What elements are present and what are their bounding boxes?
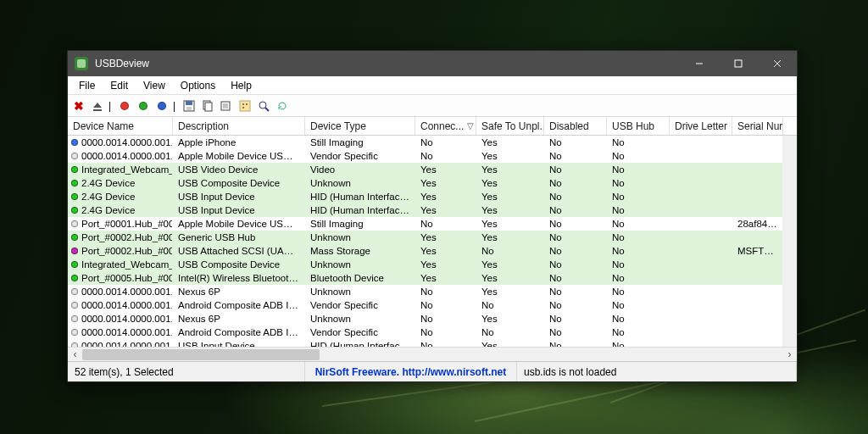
cell: USB Composite Device (173, 178, 305, 188)
table-row[interactable]: 0000.0014.0000.001.00...Android Composit… (68, 298, 797, 312)
col-usb-hub[interactable]: USB Hub (607, 117, 670, 135)
cell: Nexus 6P (173, 287, 305, 297)
table-row[interactable]: Port_#0005.Hub_#0001Intel(R) Wireless Bl… (68, 271, 797, 285)
col-device-type[interactable]: Device Type (305, 117, 415, 135)
table-row[interactable]: 2.4G DeviceUSB Composite DeviceUnknownYe… (68, 176, 797, 190)
cell: No (415, 327, 476, 337)
titlebar[interactable]: USBDeview (68, 51, 797, 76)
col-safe-to-unplug[interactable]: Safe To Unpl... (476, 117, 544, 135)
cell: Yes (476, 232, 544, 242)
cell: No (607, 178, 670, 188)
cell: Vendor Specific (305, 327, 415, 337)
cell: Generic USB Hub (173, 232, 305, 242)
save-icon[interactable] (181, 98, 197, 114)
cell: Yes (415, 164, 476, 175)
cell: No (544, 192, 607, 202)
cell-device-name: Integrated_Webcam_... (68, 164, 173, 175)
cell-device-name: 2.4G Device (68, 205, 173, 215)
scroll-right-icon[interactable]: › (782, 348, 797, 362)
table-row[interactable]: 0000.0014.0000.001.00...Nexus 6PUnknownN… (68, 285, 797, 298)
cell: USB Input Device (173, 341, 305, 347)
status-green-icon[interactable] (136, 98, 151, 114)
table-row[interactable]: Port_#0001.Hub_#0001Apple Mobile Device … (68, 217, 797, 231)
cell-device-name: 0000.0014.0000.001.00... (68, 314, 173, 324)
col-disabled[interactable]: Disabled (544, 117, 607, 135)
cell: Apple iPhone (173, 137, 305, 147)
cell: Android Composite ADB Inter... (173, 300, 305, 310)
scroll-thumb[interactable] (82, 349, 320, 360)
col-device-name[interactable]: Device Name (68, 117, 173, 135)
cell: No (476, 327, 544, 337)
cell-device-name: 0000.0014.0000.001.00... (68, 287, 173, 297)
vertical-scrollbar[interactable] (782, 136, 797, 347)
cell: No (607, 151, 670, 161)
filter-icon: ▽ (467, 121, 474, 131)
grid-rows[interactable]: 0000.0014.0000.001.00...Apple iPhoneStil… (68, 136, 797, 347)
cell-device-name: 2.4G Device (68, 178, 173, 188)
cell: No (544, 219, 607, 229)
scroll-track[interactable] (82, 348, 782, 362)
col-connected[interactable]: Connec...▽ (415, 117, 476, 135)
status-dot-icon (71, 302, 78, 309)
cell-device-name: Port_#0002.Hub_#0001 (68, 232, 173, 242)
cell: No (544, 151, 607, 161)
table-row[interactable]: 0000.0014.0000.001.00...Apple Mobile Dev… (68, 149, 797, 163)
col-description[interactable]: Description (173, 117, 305, 135)
menu-options[interactable]: Options (173, 78, 223, 93)
refresh-icon[interactable] (275, 98, 290, 114)
cell: USB Input Device (173, 192, 305, 202)
cell: No (544, 327, 607, 337)
cell: No (544, 205, 607, 215)
svg-rect-8 (205, 103, 212, 111)
menu-edit[interactable]: Edit (103, 78, 136, 93)
horizontal-scrollbar[interactable]: ‹ › (68, 347, 797, 361)
menu-help[interactable]: Help (223, 78, 259, 93)
table-row[interactable]: Integrated_Webcam_...USB Composite Devic… (68, 258, 797, 271)
table-row[interactable]: Port_#0002.Hub_#0002USB Attached SCSI (U… (68, 244, 797, 258)
device-grid: Device Name Description Device Type Conn… (68, 117, 797, 361)
close-button[interactable] (758, 51, 797, 76)
status-dot-icon (71, 329, 78, 336)
menu-view[interactable]: View (136, 78, 173, 93)
maximize-button[interactable] (719, 51, 758, 76)
cell: Yes (476, 192, 544, 202)
table-row[interactable]: 0000.0014.0000.001.00...Apple iPhoneStil… (68, 136, 797, 149)
cell: No (607, 137, 670, 147)
menu-file[interactable]: File (71, 78, 103, 93)
status-extra: usb.ids is not loaded (517, 362, 797, 381)
cell: No (607, 192, 670, 202)
cell: No (544, 259, 607, 270)
scroll-left-icon[interactable]: ‹ (68, 348, 82, 362)
table-row[interactable]: Port_#0002.Hub_#0001Generic USB HubUnkno… (68, 231, 797, 244)
status-dot-icon (71, 275, 78, 281)
find-icon[interactable] (256, 98, 271, 114)
minimize-button[interactable] (680, 51, 719, 76)
status-link[interactable]: NirSoft Freeware. http://www.nirsoft.net (305, 362, 517, 381)
cell: Unknown (305, 259, 415, 270)
col-serial-number[interactable]: Serial Nur˄ (732, 117, 783, 135)
status-blue-icon[interactable] (154, 98, 170, 114)
cell-device-name: 0000.0014.0000.001.00... (68, 341, 173, 347)
table-row[interactable]: Integrated_Webcam_...USB Video DeviceVid… (68, 163, 797, 176)
svg-point-14 (242, 103, 244, 105)
table-row[interactable]: 0000.0014.0000.001.00...Android Composit… (68, 326, 797, 339)
svg-line-18 (265, 108, 269, 111)
status-red-icon[interactable] (117, 98, 132, 114)
options-icon[interactable] (237, 98, 253, 114)
cell-device-name: Port_#0001.Hub_#0001 (68, 219, 173, 229)
svg-rect-1 (735, 60, 742, 67)
table-row[interactable]: 0000.0014.0000.001.00...USB Input Device… (68, 339, 797, 347)
properties-icon[interactable] (219, 98, 234, 114)
table-row[interactable]: 2.4G DeviceUSB Input DeviceHID (Human In… (68, 203, 797, 217)
col-drive-letter[interactable]: Drive Letter (670, 117, 732, 135)
menu-bar: File Edit View Options Help (68, 76, 797, 95)
table-row[interactable]: 2.4G DeviceUSB Input DeviceHID (Human In… (68, 190, 797, 203)
cell: No (415, 151, 476, 161)
cell: Yes (415, 246, 476, 256)
copy-icon[interactable] (200, 98, 215, 114)
table-row[interactable]: 0000.0014.0000.001.00...Nexus 6PUnknownN… (68, 312, 797, 326)
cell: No (415, 219, 476, 229)
cell: No (607, 219, 670, 229)
delete-icon[interactable]: ✖ (71, 98, 86, 114)
eject-icon[interactable] (90, 98, 105, 114)
